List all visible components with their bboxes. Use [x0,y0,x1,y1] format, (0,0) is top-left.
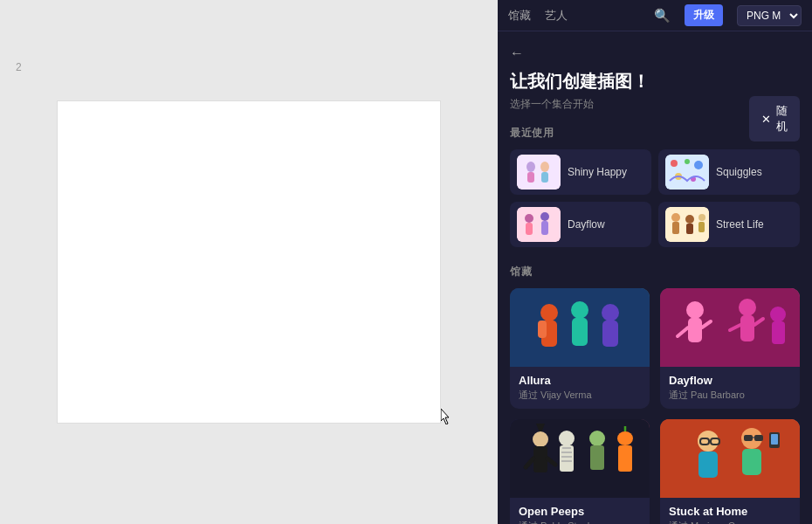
collection-info-allura: Allura 通过 Vijay Verma [510,367,650,409]
svg-rect-67 [754,435,763,441]
svg-point-14 [540,212,549,221]
svg-point-40 [770,307,786,322]
svg-point-27 [571,301,588,319]
svg-rect-0 [517,155,561,190]
svg-point-32 [686,301,704,319]
svg-rect-4 [541,172,548,183]
collection-img-stuck-home [660,419,800,498]
svg-rect-33 [688,318,702,342]
svg-rect-45 [533,446,547,472]
collection-grid: Allura 通过 Vijay Verma [510,288,800,524]
top-nav: 馆藏 艺人 🔍 升级 PNG M PNG L SVG [498,0,812,31]
svg-point-7 [685,159,690,164]
svg-point-6 [671,160,678,167]
collection-author-allura: 通过 Vijay Verma [519,389,641,402]
recent-grid: Shiny Happy [510,149,800,247]
svg-point-29 [602,304,619,321]
collection-name-stuck-home: Stuck at Home [669,505,791,518]
collection-info-dayflow: Dayflow 通过 Pau Barbaro [660,367,800,409]
recent-thumb-shiny-happy [517,155,561,190]
recent-thumb-squiggles [665,155,709,190]
svg-point-48 [559,431,575,446]
svg-point-12 [525,214,533,223]
svg-point-21 [698,214,705,221]
svg-point-44 [533,431,548,447]
svg-rect-49 [560,445,574,472]
random-icon: ✕ [761,113,771,126]
collection-author-dayflow: 通过 Pau Barbaro [669,389,791,402]
svg-rect-58 [618,445,632,472]
svg-rect-59 [660,419,800,498]
svg-rect-20 [686,224,693,234]
svg-point-1 [526,162,535,172]
recent-label-squiggles: Squiggles [716,166,762,178]
svg-rect-64 [698,452,718,478]
svg-rect-28 [572,318,588,346]
canvas-number: 2 [16,61,22,73]
svg-rect-15 [541,221,548,235]
svg-rect-37 [740,315,754,341]
collection-card-open-peeps[interactable]: Open Peeps 通过 Pablo Stanley [510,419,650,524]
svg-point-3 [540,162,549,172]
canvas-area: 2 [0,0,498,524]
nav-gallery[interactable]: 馆藏 [508,8,531,24]
collection-author-open-peeps: 通过 Pablo Stanley [519,520,641,524]
svg-point-8 [694,161,703,169]
svg-point-17 [671,213,680,222]
collection-img-allura [510,288,650,367]
recent-item-dayflow[interactable]: Dayflow [510,202,651,247]
recent-item-shiny-happy[interactable]: Shiny Happy [510,149,651,195]
svg-rect-13 [526,223,533,235]
recent-thumb-dayflow [517,207,561,242]
nav-artist[interactable]: 艺人 [545,8,568,24]
collection-name-dayflow: Dayflow [669,374,791,387]
panel-content: ← 让我们创建插图！ 选择一个集合开始 ✕ 随机 最近使用 [498,31,812,524]
collection-section-title: 馆藏 [510,265,800,279]
svg-rect-18 [672,222,679,234]
collection-img-open-peeps [510,419,650,498]
back-arrow[interactable]: ← [510,45,524,61]
svg-point-19 [685,215,694,224]
upgrade-button[interactable]: 升级 [685,4,723,26]
format-select[interactable]: PNG M PNG L SVG [737,5,802,26]
svg-rect-30 [602,321,618,347]
svg-rect-66 [744,435,753,441]
svg-rect-26 [538,321,547,338]
collection-info-stuck-home: Stuck at Home 通过 Mariana Gonz... [660,498,800,524]
svg-rect-71 [771,434,778,445]
collection-author-stuck-home: 通过 Mariana Gonz... [669,520,791,524]
svg-point-54 [589,431,605,446]
recent-label-dayflow: Dayflow [568,218,605,231]
right-panel: 馆藏 艺人 🔍 升级 PNG M PNG L SVG ← 让我们创建插图！ 选择… [498,0,812,524]
svg-point-24 [540,304,558,321]
collection-info-open-peeps: Open Peeps 通过 Pablo Stanley [510,498,650,524]
collection-card-allura[interactable]: Allura 通过 Vijay Verma [510,288,650,409]
svg-rect-55 [590,445,604,470]
svg-point-56 [617,431,633,445]
svg-rect-11 [517,207,561,242]
svg-rect-69 [742,449,761,475]
svg-rect-2 [527,172,534,183]
panel-title: 让我们创建插图！ [510,70,800,93]
recent-thumb-street-life [665,207,709,242]
recent-item-street-life[interactable]: Street Life [658,202,800,247]
search-icon[interactable]: 🔍 [654,8,671,24]
svg-point-36 [739,299,756,316]
collection-name-open-peeps: Open Peeps [519,505,641,518]
svg-rect-22 [698,222,705,232]
svg-rect-41 [772,321,785,344]
collection-card-stuck-home[interactable]: Stuck at Home 通过 Mariana Gonz... [660,419,800,524]
collection-name-allura: Allura [519,374,641,387]
collection-card-dayflow[interactable]: Dayflow 通过 Pau Barbaro [660,288,800,409]
recent-item-squiggles[interactable]: Squiggles [658,149,800,195]
recent-label-shiny-happy: Shiny Happy [568,166,627,178]
random-label: 随机 [776,103,788,134]
random-button[interactable]: ✕ 随机 [749,96,800,141]
back-row: ← [510,45,800,61]
canvas-frame [57,100,441,424]
collection-img-dayflow [660,288,800,367]
recent-label-street-life: Street Life [716,218,764,231]
